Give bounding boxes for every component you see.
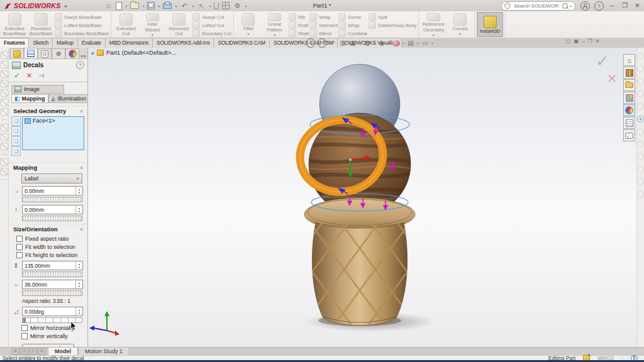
linear-pattern-button[interactable]: Linear Pattern xyxy=(262,12,287,37)
restore-icon[interactable]: ❐ xyxy=(621,1,629,9)
tab-mapping[interactable]: ◧ Mapping xyxy=(11,94,48,103)
undo-icon[interactable] xyxy=(180,2,189,10)
dropdown-caret-icon[interactable] xyxy=(359,41,361,45)
study-nav-icon[interactable]: ‹ xyxy=(20,348,28,355)
view-tool-icon[interactable] xyxy=(1,143,8,150)
view-settings-icon[interactable]: ▭ xyxy=(421,39,429,47)
dropdown-caret-icon[interactable] xyxy=(209,4,211,8)
new-window-icon[interactable]: ▢ xyxy=(566,38,571,44)
zoom-fit-icon[interactable] xyxy=(306,38,315,48)
print-icon[interactable] xyxy=(163,3,172,9)
breadcrumb[interactable]: Part1 (Default<<Default>... xyxy=(106,50,176,56)
render-tool-icon[interactable] xyxy=(637,78,644,85)
tile-window-icon[interactable]: ▣ xyxy=(574,38,579,44)
dropdown-caret-icon[interactable] xyxy=(158,4,160,8)
revolved-boss-base-button[interactable]: Revolved Boss/Base xyxy=(28,12,53,37)
lofted-cut-button[interactable]: Lofted Cut xyxy=(192,21,231,29)
forum-icon[interactable] xyxy=(623,129,635,141)
view-tool-icon[interactable] xyxy=(1,89,8,97)
tab-illumination[interactable]: ◭ Illumination xyxy=(48,94,88,103)
logo-flyout-icon[interactable]: ▸ xyxy=(65,3,67,9)
fixed-aspect-ratio-checkbox[interactable] xyxy=(16,236,23,242)
tab-image[interactable]: Image xyxy=(11,85,64,94)
search-input[interactable] xyxy=(513,3,560,9)
file-explorer-icon[interactable] xyxy=(623,79,635,91)
home-icon[interactable] xyxy=(104,2,113,10)
mapping-style-dropdown[interactable]: Label xyxy=(21,173,82,184)
decal-width-input[interactable]: 38.00mm xyxy=(22,280,83,289)
decal-width-slider[interactable] xyxy=(22,290,82,296)
resources-home-icon[interactable] xyxy=(623,54,635,66)
zoom-area-icon[interactable] xyxy=(318,38,326,48)
spinner-buttons[interactable] xyxy=(75,187,82,195)
dropdown-caret-icon[interactable] xyxy=(247,32,249,36)
dropdown-caret-icon[interactable] xyxy=(431,41,433,45)
select-plane-button[interactable]: ❑ xyxy=(11,146,21,156)
view-tool-icon[interactable] xyxy=(1,133,8,141)
view-tool-icon[interactable] xyxy=(1,80,8,87)
close-doc-icon[interactable]: ✕ xyxy=(596,38,600,44)
wrap-button[interactable]: Wrap xyxy=(338,21,367,29)
dropdown-caret-icon[interactable] xyxy=(245,4,247,8)
section-view-icon[interactable]: ◫ xyxy=(339,39,347,47)
draft-button[interactable]: Draft xyxy=(289,21,309,29)
tab-features[interactable]: Features xyxy=(0,38,29,48)
view-tool-icon[interactable] xyxy=(1,124,8,131)
search-icon[interactable] xyxy=(562,3,568,9)
checkbox-row-fit-width-to-selection[interactable]: Fit width to selection xyxy=(16,244,87,250)
fit-width-to-selection-checkbox[interactable] xyxy=(16,244,23,250)
vertical-offset-input[interactable]: 0.00mm xyxy=(22,205,83,214)
vertical-offset-slider[interactable] xyxy=(22,216,82,221)
hole-wizard-button[interactable]: Hole Wizard xyxy=(140,12,165,37)
select-face-button[interactable]: ❑ xyxy=(11,116,21,126)
tabs-scroll-left-icon[interactable]: ◂ xyxy=(80,53,83,58)
curves-button[interactable]: Curves xyxy=(447,12,472,37)
combine-button[interactable]: Combine xyxy=(338,30,367,37)
delete-keep-body-button[interactable]: Delete/Keep Body xyxy=(369,21,416,29)
checkbox-row-fit-height-to-selection[interactable]: Fit height to selection xyxy=(16,252,87,258)
list-item[interactable]: Face<1> xyxy=(23,117,84,124)
spinner-buttons[interactable] xyxy=(75,307,82,315)
custom-properties-icon[interactable] xyxy=(623,117,635,129)
tab-solidworks-cam[interactable]: SOLIDWORKS CAM xyxy=(214,38,270,48)
wrap-button[interactable]: Wrap xyxy=(309,13,337,21)
study-nav-icon[interactable]: » xyxy=(38,348,46,355)
open-icon[interactable] xyxy=(130,3,139,9)
cancel-button[interactable]: ✕ xyxy=(26,72,32,80)
dropdown-caret-icon[interactable] xyxy=(417,41,419,45)
render-tool-icon[interactable] xyxy=(637,65,644,72)
revolved-cut-button[interactable]: Revolved Cut xyxy=(166,12,191,37)
settings-gear-icon[interactable] xyxy=(233,2,242,10)
swept-cut-button[interactable]: Swept Cut xyxy=(192,13,231,21)
login-icon[interactable] xyxy=(580,1,590,11)
search-box[interactable]: ? xyxy=(501,1,575,11)
horizontal-offset-input[interactable]: 0.00mm xyxy=(22,186,83,195)
configuration-manager-tab[interactable] xyxy=(38,48,52,58)
spinner-buttons[interactable] xyxy=(75,280,82,288)
dropdown-caret-icon[interactable] xyxy=(152,33,153,37)
selected-geometry-list[interactable]: Face<1> xyxy=(22,116,84,150)
instant3d-button[interactable]: Instant3D xyxy=(477,12,503,37)
tab-evaluate[interactable]: Evaluate xyxy=(78,38,106,48)
view-tool-icon[interactable] xyxy=(1,99,8,106)
render-tool-icon[interactable] xyxy=(637,153,644,160)
lofted-boss-base-button[interactable]: Lofted Boss/Base xyxy=(55,21,109,29)
decal-height-input[interactable]: 135.00mm xyxy=(22,261,83,270)
boundary-cut-button[interactable]: Boundary Cut xyxy=(192,30,231,37)
render-tool-icon[interactable] xyxy=(637,128,644,135)
render-tool-icon[interactable] xyxy=(637,166,644,173)
fillet-button[interactable]: Fillet xyxy=(236,12,261,37)
list-resize-handle[interactable]: ◦ xyxy=(9,156,87,160)
extruded-cut-button[interactable]: Extruded Cut xyxy=(113,12,138,37)
minimize-doc-icon[interactable]: – xyxy=(582,38,584,44)
dropdown-caret-icon[interactable] xyxy=(402,41,404,45)
close-icon[interactable]: ✕ xyxy=(633,1,641,9)
render-tool-icon[interactable] xyxy=(637,141,644,148)
tab-sketch[interactable]: Sketch xyxy=(29,38,52,48)
dropdown-caret-icon[interactable] xyxy=(142,4,144,8)
checkbox-row-mirror-horizontally[interactable]: Mirror horizontally xyxy=(21,325,87,331)
fit-height-to-selection-checkbox[interactable] xyxy=(16,252,23,258)
dropdown-caret-icon[interactable] xyxy=(374,41,375,45)
mirror-horizontally-checkbox[interactable] xyxy=(21,325,28,331)
dropdown-caret-icon[interactable] xyxy=(192,4,194,8)
